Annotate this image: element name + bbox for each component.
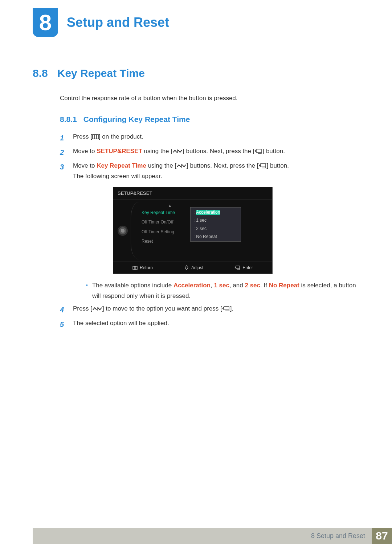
step-text: using the [: [142, 148, 172, 155]
step-text: Move to: [73, 162, 97, 169]
option-norepeat: No Repeat: [269, 282, 299, 289]
gear-icon: [118, 226, 127, 235]
enter-icon: [254, 148, 262, 154]
osd-option-box: :Acceleration :1 sec :2 sec :No Repeat: [190, 207, 241, 242]
section-name: Key Repeat Time: [57, 67, 145, 79]
footer-label: 8 Setup and Reset: [33, 528, 372, 544]
option-1sec: 1 sec: [214, 282, 229, 289]
page-footer: 8 Setup and Reset 87: [33, 528, 392, 544]
section-number: 8.8: [33, 67, 48, 79]
enter-icon: [259, 163, 267, 169]
steps-list: 1 Press [] on the product. 2 Move to SET…: [60, 132, 359, 331]
bullet-dot-icon: •: [86, 280, 88, 301]
subsection-title: 8.8.1Configuring Key Repeat Time: [60, 115, 359, 124]
menu-icon: [92, 134, 99, 139]
key-repeat-time-label: Key Repeat Time: [97, 162, 146, 169]
osd-title: SETUP&RESET: [113, 187, 272, 200]
step-3: 3 Move to Key Repeat Time using the [] b…: [60, 161, 359, 301]
chapter-header: 8 Setup and Reset: [33, 8, 169, 37]
osd-footer: Return Adjust Enter: [113, 262, 272, 274]
enter-icon: [234, 266, 240, 270]
osd-option-selected: Acceleration: [196, 210, 220, 215]
step-text: Press [: [73, 133, 92, 140]
osd-options: :Acceleration :1 sec :2 sec :No Repeat: [190, 200, 272, 262]
osd-up-arrow-icon: ▲: [168, 202, 172, 209]
osd-menu-item: Key Repeat Time: [142, 208, 190, 217]
step-text: ] button.: [262, 148, 285, 155]
svg-rect-10: [236, 266, 240, 268]
page-number: 87: [372, 528, 392, 544]
step-number: 3: [60, 161, 66, 301]
step-text: Move to: [73, 148, 97, 155]
up-down-icon: [176, 163, 187, 168]
subsection-number: 8.8.1: [60, 115, 77, 123]
step-2: 2 Move to SETUP&RESET using the [] butto…: [60, 146, 359, 159]
step-text: ] on the product.: [99, 133, 143, 140]
osd-footer-return: Return: [132, 264, 153, 271]
subsection-name: Configuring Key Repeat Time: [83, 115, 190, 123]
step-4: 4 Press [] to move to the option you wan…: [60, 304, 359, 316]
osd-arc-divider: [131, 202, 139, 259]
svg-rect-6: [261, 164, 266, 167]
osd-menu-item: Off Timer Setting: [142, 227, 190, 237]
step-text: ] button.: [267, 162, 289, 169]
step-text: Press [: [73, 305, 92, 312]
step-number: 1: [60, 132, 66, 144]
step-1: 1 Press [] on the product.: [60, 132, 359, 144]
osd-option: 2 sec: [196, 226, 207, 231]
adjust-icon: [184, 265, 189, 270]
step-number: 5: [60, 318, 66, 331]
step-number: 2: [60, 146, 66, 159]
bullet-text: . If: [260, 282, 269, 289]
step-text: using the [: [146, 162, 176, 169]
step-text: ] buttons. Next, press the [: [187, 162, 258, 169]
step-number: 4: [60, 304, 66, 316]
bullet-item: • The available options include Accelera…: [86, 280, 359, 301]
up-down-icon: [92, 306, 102, 311]
svg-rect-0: [93, 135, 98, 139]
step-text: The selected option will be applied.: [73, 318, 359, 331]
osd-menu-item: Reset: [142, 237, 190, 246]
section-intro: Control the response rate of a button wh…: [60, 95, 359, 102]
svg-rect-12: [224, 307, 229, 310]
osd-footer-label: Enter: [242, 264, 253, 271]
osd-icon-column: [113, 200, 132, 262]
step-text: ] to move to the option you want and pre…: [102, 305, 222, 312]
svg-rect-4: [256, 149, 261, 152]
option-2sec: 2 sec: [245, 282, 260, 289]
svg-rect-7: [133, 266, 137, 270]
menu-icon: [132, 266, 138, 270]
bullet-text: The available options include: [92, 282, 173, 289]
enter-icon: [222, 306, 230, 312]
bullet-text: , and: [229, 282, 245, 289]
step-5: 5 The selected option will be applied.: [60, 318, 359, 331]
osd-option: 1 sec: [196, 218, 207, 223]
osd-panel: SETUP&RESET ▲ Key Repeat Time Off Timer …: [113, 187, 359, 274]
section-title: 8.8Key Repeat Time: [33, 67, 359, 79]
up-down-icon: [172, 149, 183, 154]
osd-menu-list: Key Repeat Time Off Timer On/Off Off Tim…: [132, 200, 190, 262]
bullet-text: ,: [211, 282, 214, 289]
osd-footer-adjust: Adjust: [184, 264, 203, 271]
osd-footer-label: Return: [140, 264, 153, 271]
osd-footer-label: Adjust: [191, 264, 203, 271]
osd-footer-enter: Enter: [234, 264, 253, 271]
chapter-title: Setup and Reset: [67, 15, 169, 30]
step-text: ].: [230, 305, 233, 312]
option-acceleration: Acceleration: [173, 282, 211, 289]
chapter-tab: 8: [33, 8, 58, 37]
bullet-list: • The available options include Accelera…: [86, 280, 359, 301]
osd-menu-item: Off Timer On/Off: [142, 217, 190, 227]
setup-reset-label: SETUP&RESET: [97, 148, 142, 155]
osd-option: No Repeat: [196, 234, 217, 239]
step-text: ] buttons. Next, press the [: [183, 148, 254, 155]
step-text: The following screen will appear.: [73, 171, 359, 182]
chapter-number: 8: [39, 11, 52, 34]
